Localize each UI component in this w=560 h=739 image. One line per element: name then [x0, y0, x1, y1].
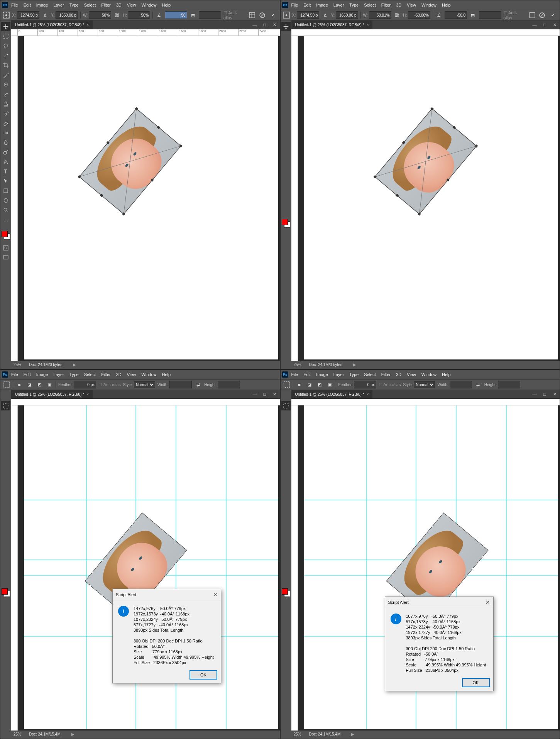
antialias-check[interactable]: ☐ Anti-alias: [504, 10, 524, 20]
document-tab[interactable]: Untitled-1 @ 25% (LO2G5037, RGB/8) *×: [11, 390, 93, 398]
tab-close-icon[interactable]: ×: [367, 23, 369, 27]
crop-tool[interactable]: [1, 61, 10, 70]
color-swatch[interactable]: [2, 588, 10, 597]
window-min-icon[interactable]: —: [250, 21, 260, 29]
style-select[interactable]: Normal: [134, 381, 155, 388]
blur-tool[interactable]: [281, 138, 291, 147]
new-selection-icon[interactable]: ■: [296, 381, 303, 388]
history-brush-tool[interactable]: [1, 478, 10, 488]
blur-tool[interactable]: [1, 138, 10, 147]
ok-button[interactable]: OK: [190, 671, 217, 679]
transform-skew[interactable]: [199, 11, 221, 19]
status-flyout-icon[interactable]: ▶: [73, 363, 76, 367]
color-swatch[interactable]: [282, 219, 290, 227]
ok-button[interactable]: OK: [462, 678, 489, 687]
window-max-icon[interactable]: □: [260, 21, 270, 29]
window-max-icon[interactable]: □: [540, 21, 550, 29]
menu-help[interactable]: Help: [160, 2, 173, 8]
sub-selection-icon[interactable]: ◩: [316, 381, 323, 388]
canvas[interactable]: Script Alert✕ i 1472x,976y 50.0Â° 779px …: [18, 405, 280, 731]
dodge-tool[interactable]: [1, 517, 10, 526]
reference-point-icon[interactable]: [3, 11, 10, 19]
antialias-check[interactable]: ☐ Anti-alias: [223, 10, 244, 20]
reference-point-icon[interactable]: [283, 11, 290, 19]
link-icon[interactable]: ⛓: [394, 11, 401, 19]
gradient-tool[interactable]: [281, 128, 291, 137]
pen-tool[interactable]: [1, 527, 10, 536]
tab-close-icon[interactable]: ×: [86, 23, 89, 27]
history-brush-tool[interactable]: [1, 109, 10, 118]
cancel-transform-button[interactable]: [258, 11, 266, 19]
document-tab[interactable]: Untitled-1 @ 25% (LO2G5037, RGB/8) *×: [291, 20, 373, 29]
hand-tool[interactable]: [1, 196, 10, 205]
transform-h[interactable]: [128, 11, 150, 19]
transform-w[interactable]: [369, 11, 391, 19]
warp-icon[interactable]: [529, 11, 536, 19]
lasso-tool[interactable]: [281, 41, 291, 51]
transform-skew[interactable]: [479, 11, 501, 19]
canvas[interactable]: [298, 36, 560, 361]
wand-tool[interactable]: [281, 51, 291, 60]
wand-tool[interactable]: [1, 420, 10, 430]
style-select[interactable]: Normal: [414, 381, 435, 388]
dialog-close-icon[interactable]: ✕: [486, 599, 490, 605]
shape-tool[interactable]: [281, 186, 291, 195]
color-swatch[interactable]: [2, 231, 10, 239]
menu-layer[interactable]: Layer: [51, 2, 66, 8]
eyedropper-tool[interactable]: [281, 70, 291, 80]
menu-file[interactable]: File: [9, 2, 20, 8]
commit-transform-button[interactable]: ✔: [269, 11, 277, 19]
menu-view[interactable]: View: [125, 2, 139, 8]
marquee-preset-icon[interactable]: [283, 381, 291, 388]
eyedropper-tool[interactable]: [1, 70, 10, 80]
commit-transform-button[interactable]: ✔: [549, 11, 557, 19]
heal-tool[interactable]: [1, 80, 10, 89]
menu-filter[interactable]: Filter: [99, 2, 113, 8]
menu-type[interactable]: Type: [67, 2, 81, 8]
gradient-tool[interactable]: [1, 128, 10, 137]
move-tool[interactable]: [1, 22, 10, 31]
eraser-tool[interactable]: [1, 488, 10, 497]
transform-x[interactable]: [297, 11, 319, 19]
lasso-tool[interactable]: [1, 411, 10, 420]
type-tool[interactable]: [281, 167, 291, 176]
marquee-tool[interactable]: [1, 401, 10, 410]
marquee-tool[interactable]: [281, 401, 291, 410]
transform-angle[interactable]: [445, 11, 467, 19]
window-min-icon[interactable]: —: [530, 21, 540, 29]
document-tab[interactable]: Untitled-1 @ 25% (LO2G5037, RGB/8) *×: [291, 390, 373, 398]
link-icon[interactable]: ⛓: [113, 11, 120, 19]
marquee-tool[interactable]: [281, 32, 291, 41]
move-tool[interactable]: [281, 22, 291, 31]
delta-icon[interactable]: Δ: [321, 11, 328, 19]
edit-toolbar-icon[interactable]: ⋯: [1, 217, 10, 227]
feather-input[interactable]: [74, 381, 96, 388]
stamp-tool[interactable]: [1, 99, 10, 108]
brush-tool[interactable]: [1, 459, 10, 468]
zoom-tool[interactable]: [1, 205, 10, 215]
crop-tool[interactable]: [281, 61, 291, 70]
menu-select[interactable]: Select: [82, 2, 98, 8]
intersect-selection-icon[interactable]: ▣: [46, 381, 53, 388]
status-zoom[interactable]: 25%: [14, 363, 21, 367]
window-close-icon[interactable]: ✕: [270, 21, 280, 29]
quickmask-icon[interactable]: [1, 243, 10, 253]
stamp-tool[interactable]: [281, 99, 291, 108]
feather-input[interactable]: [354, 381, 376, 388]
marquee-tool[interactable]: [1, 32, 10, 41]
heal-tool[interactable]: [1, 449, 10, 459]
type-tool[interactable]: [1, 536, 10, 546]
sub-selection-icon[interactable]: ◩: [36, 381, 43, 388]
new-selection-icon[interactable]: ■: [15, 381, 23, 388]
delta-icon[interactable]: Δ: [42, 11, 49, 19]
blur-tool[interactable]: [1, 507, 10, 517]
tab-close-icon[interactable]: ×: [367, 392, 369, 397]
transform-x[interactable]: [17, 11, 39, 19]
add-selection-icon[interactable]: ◪: [306, 381, 313, 388]
brush-tool[interactable]: [281, 90, 291, 99]
intersect-selection-icon[interactable]: ▣: [326, 381, 333, 388]
hand-tool[interactable]: [281, 196, 291, 205]
transform-y[interactable]: [336, 11, 358, 19]
dodge-tool[interactable]: [281, 147, 291, 157]
transform-h[interactable]: [408, 11, 430, 19]
